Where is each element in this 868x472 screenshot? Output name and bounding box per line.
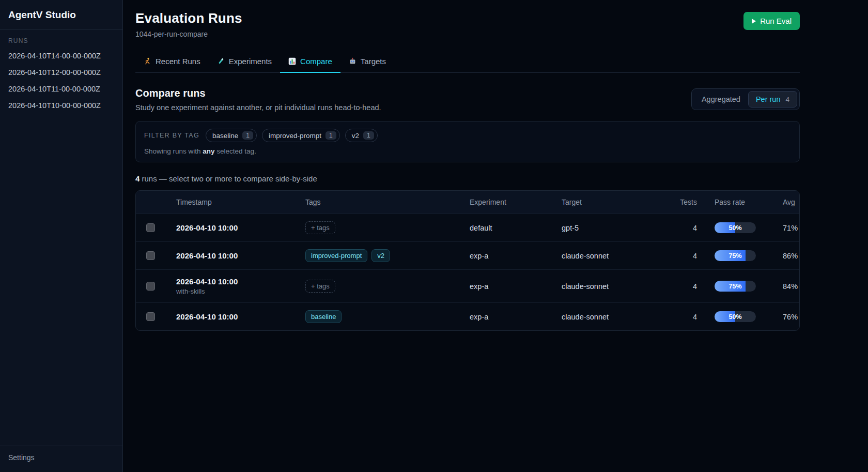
run-avg: 76%	[774, 303, 799, 331]
app-window: AgentV Studio RUNS 2026-04-10T14-00-00-0…	[0, 0, 868, 472]
tag-pill-v2[interactable]: v2	[371, 249, 390, 262]
filter-tag-baseline[interactable]: baseline1	[206, 129, 257, 142]
tab-targets[interactable]: Targets	[340, 52, 394, 73]
run-target: gpt-5	[553, 214, 661, 242]
run-tests: 4	[661, 303, 705, 331]
run-tags-cell: + tags	[297, 270, 461, 303]
filter-tag-count: 1	[242, 131, 253, 140]
sidebar-run-list: 2026-04-10T14-00-00-000Z2026-04-10T12-00…	[0, 48, 122, 114]
tab-experiments[interactable]: Experiments	[209, 52, 280, 73]
pass-rate-label: 50%	[715, 222, 756, 233]
filter-tag-pills: baseline1improved-prompt1v21	[206, 129, 378, 142]
main-content: Evaluation Runs 1044-per-run-compare Run…	[123, 0, 868, 472]
run-tags-cell: baseline	[297, 303, 461, 331]
run-subtitle: with-skills	[176, 287, 289, 295]
sidebar-item-run[interactable]: 2026-04-10T14-00-00-000Z	[0, 48, 122, 64]
run-target: claude-sonnet	[553, 303, 661, 331]
add-tags-button[interactable]: + tags	[305, 280, 335, 293]
run-timestamp: 2026-04-10 10:00	[176, 277, 289, 286]
table-row: 2026-04-10 10:00baselineexp-aclaude-sonn…	[136, 303, 799, 331]
compare-runs-heading: Compare runs	[135, 87, 381, 99]
tab-recent-runs[interactable]: Recent Runs	[135, 52, 209, 73]
runs-table-card: TimestampTagsExperimentTargetTestsPass r…	[135, 190, 800, 331]
sidebar: AgentV Studio RUNS 2026-04-10T14-00-00-0…	[0, 0, 123, 472]
run-tests: 4	[661, 270, 705, 303]
tag-pill-baseline[interactable]: baseline	[305, 310, 342, 323]
sidebar-item-settings[interactable]: Settings	[0, 446, 122, 472]
table-row: 2026-04-10 10:00with-skills+ tagsexp-acl…	[136, 270, 799, 303]
column-pass-rate: Pass rate	[705, 191, 774, 214]
run-eval-button[interactable]: Run Eval	[743, 12, 800, 30]
run-timestamp: 2026-04-10 10:00	[176, 312, 289, 321]
column-target: Target	[553, 191, 661, 214]
column-avg: Avg	[774, 191, 799, 214]
run-target: claude-sonnet	[553, 270, 661, 303]
run-tags-cell: + tags	[297, 214, 461, 242]
run-tests: 4	[661, 214, 705, 242]
test-tube-icon	[217, 57, 225, 65]
runs-summary-text: runs — select two or more to compare sid…	[140, 174, 317, 183]
play-icon	[752, 19, 756, 24]
tab-compare[interactable]: Compare	[280, 52, 340, 73]
toggle-option-aggregated[interactable]: Aggregated	[694, 91, 748, 108]
tag-pill-improved-prompt[interactable]: improved-prompt	[305, 249, 367, 262]
table-row: 2026-04-10 10:00improved-promptv2exp-acl…	[136, 242, 799, 270]
filter-tag-name: improved-prompt	[269, 132, 321, 140]
toggle-option-label: Per run	[756, 95, 781, 103]
filter-tag-count: 1	[326, 131, 336, 140]
filter-tag-improved-prompt[interactable]: improved-prompt1	[262, 129, 340, 142]
row-checkbox[interactable]	[146, 223, 155, 232]
column-tests: Tests	[661, 191, 705, 214]
column-experiment: Experiment	[461, 191, 553, 214]
runner-icon	[144, 57, 151, 65]
tab-bar: Recent RunsExperimentsCompareTargets	[135, 52, 800, 73]
filter-by-tag-label: FILTER BY TAG	[144, 132, 199, 139]
row-checkbox[interactable]	[146, 312, 155, 321]
run-avg: 71%	[774, 214, 799, 242]
filter-tag-name: baseline	[212, 132, 238, 140]
pass-rate-label: 75%	[715, 281, 756, 292]
run-experiment: exp-a	[461, 242, 553, 270]
pass-rate-pill: 50%	[715, 311, 756, 322]
run-timestamp: 2026-04-10 10:00	[176, 251, 289, 260]
run-avg: 86%	[774, 242, 799, 270]
pass-rate-label: 75%	[715, 250, 756, 261]
column-checkbox	[136, 191, 168, 214]
pass-rate-pill: 75%	[715, 281, 756, 292]
runs-summary: 4 runs — select two or more to compare s…	[135, 174, 800, 183]
runs-table-header: TimestampTagsExperimentTargetTestsPass r…	[136, 191, 799, 214]
toggle-option-per-run[interactable]: Per run4	[748, 91, 797, 108]
run-tests: 4	[661, 242, 705, 270]
toggle-option-label: Aggregated	[702, 95, 740, 103]
pass-rate-label: 50%	[715, 311, 756, 322]
add-tags-button[interactable]: + tags	[305, 221, 335, 234]
sidebar-item-run[interactable]: 2026-04-10T12-00-00-000Z	[0, 64, 122, 81]
filter-hint: Showing runs with any selected tag.	[144, 147, 791, 155]
sidebar-item-run[interactable]: 2026-04-10T10-00-00-000Z	[0, 97, 122, 114]
run-avg: 84%	[774, 270, 799, 303]
bar-chart-icon	[288, 57, 296, 65]
run-timestamp: 2026-04-10 10:00	[176, 223, 289, 232]
row-checkbox[interactable]	[146, 282, 155, 291]
runs-table-body: 2026-04-10 10:00+ tagsdefaultgpt-5450%71…	[136, 214, 799, 331]
robot-icon	[349, 57, 357, 65]
sidebar-item-run[interactable]: 2026-04-10T11-00-00-000Z	[0, 81, 122, 97]
run-eval-label: Run Eval	[760, 17, 792, 25]
filter-tag-name: v2	[352, 132, 359, 140]
table-row: 2026-04-10 10:00+ tagsdefaultgpt-5450%71…	[136, 214, 799, 242]
compare-runs-subheading: Study one experiment against another, or…	[135, 103, 381, 112]
filter-tag-count: 1	[363, 131, 374, 140]
run-target: claude-sonnet	[553, 242, 661, 270]
run-tags-cell: improved-promptv2	[297, 242, 461, 270]
filter-hint-prefix: Showing runs with	[144, 147, 203, 155]
tab-label: Recent Runs	[156, 57, 200, 66]
row-checkbox[interactable]	[146, 251, 155, 260]
app-title: AgentV Studio	[0, 0, 122, 30]
tab-label: Targets	[361, 57, 386, 66]
runs-table: TimestampTagsExperimentTargetTestsPass r…	[136, 191, 799, 330]
toggle-option-count: 4	[785, 96, 789, 103]
view-mode-toggle: AggregatedPer run4	[691, 88, 800, 110]
filter-hint-any: any	[203, 147, 214, 155]
filter-tag-v2[interactable]: v21	[345, 129, 378, 142]
tab-label: Experiments	[229, 57, 272, 66]
